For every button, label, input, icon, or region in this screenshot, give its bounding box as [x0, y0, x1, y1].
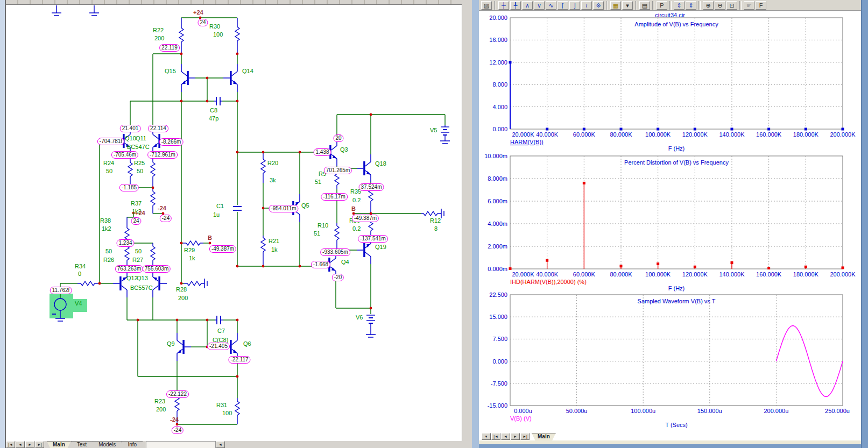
svg-text:0.000m: 0.000m [488, 266, 507, 272]
voltage-bubble: 20 [333, 134, 343, 142]
analysis-nav-2[interactable]: ◄ [501, 433, 510, 440]
component-label: 8 [434, 225, 437, 232]
svg-text:10.000m: 10.000m [484, 153, 507, 159]
component-label: 50 [106, 168, 112, 174]
svg-text:50.000u: 50.000u [566, 408, 588, 414]
svg-text:8.000m: 8.000m [488, 175, 507, 182]
zoom-in-icon[interactable]: ⊕ [703, 1, 714, 10]
svg-text:0.000: 0.000 [492, 358, 507, 365]
svg-text:180.000K: 180.000K [793, 131, 819, 138]
svg-text:20.000K: 20.000K [512, 131, 535, 138]
svg-text:22.500: 22.500 [489, 291, 507, 298]
pan-hand-icon[interactable]: ☛ [744, 1, 754, 10]
svg-text:100.000u: 100.000u [631, 408, 655, 414]
text-mode-icon[interactable]: F [756, 1, 766, 10]
schematic-tab-main[interactable]: Main [47, 441, 71, 448]
component-label: R20 [267, 160, 278, 166]
svg-text:T (Secs): T (Secs) [665, 422, 687, 428]
next-high-icon[interactable]: ⌈ [558, 1, 568, 10]
component-label: R29 [184, 247, 195, 253]
analysis-window-right-border [861, 0, 868, 448]
next-low-icon[interactable]: ⌋ [569, 1, 580, 10]
voltage-bubble: -705.46m [111, 151, 138, 159]
component-label: 50 [137, 168, 143, 174]
analysis-nav-1[interactable]: |◄ [491, 433, 500, 440]
svg-text:60.000K: 60.000K [573, 271, 596, 278]
go-to-branch-icon[interactable]: ※ [593, 1, 604, 10]
power-node-label: +24 [193, 9, 203, 16]
dropdown-arrow-icon[interactable]: ▾ [622, 1, 633, 10]
analysis-nav-4[interactable]: ►| [520, 433, 530, 440]
svg-text:V(B) (V): V(B) (V) [510, 415, 532, 422]
cursor-vertical-icon[interactable]: ╀ [510, 1, 521, 10]
schematic-nav-1[interactable]: ◄ [16, 441, 25, 448]
svg-text:150.000u: 150.000u [697, 408, 722, 414]
component-label: Q13 [137, 275, 148, 281]
voltage-bubble: -137.541m [358, 235, 388, 243]
schematic-nav-3[interactable]: ►| [35, 441, 44, 448]
component-label: 1k2 [102, 225, 111, 232]
component-label: Q9 [167, 340, 175, 347]
component-label: C7 [217, 328, 225, 334]
schematic-tab-info[interactable]: Info [122, 441, 143, 448]
voltage-bubble: -21.405 [207, 343, 230, 350]
component-label: Q18 [375, 160, 386, 167]
charts-svg[interactable]: 20.00016.00012.0008.0004.0000.00020.000K… [479, 11, 861, 434]
numeric-output-icon[interactable]: ▤ [639, 1, 650, 10]
graph-select-icon[interactable]: ▨ [481, 1, 492, 10]
voltage-bubble: 701.265m [324, 167, 352, 174]
svg-text:200.000K: 200.000K [830, 271, 856, 278]
component-label: R31 [216, 402, 227, 408]
component-label: 1k [189, 255, 195, 261]
svg-text:HARM(V(B)): HARM(V(B)) [510, 139, 544, 145]
component-label: 0 [78, 271, 81, 277]
component-label: R30 [209, 23, 220, 30]
hscroll-left-button[interactable]: ◄ [216, 441, 225, 448]
analysis-tab-main[interactable]: Main [532, 433, 556, 441]
svg-text:160.000K: 160.000K [756, 131, 782, 138]
voltage-bubble: 24 [131, 217, 141, 225]
voltage-bubble: -933.605m [320, 248, 350, 256]
svg-text:12.000: 12.000 [489, 59, 507, 66]
scale-icon[interactable]: ⇕ [674, 1, 684, 10]
next-peak-icon[interactable]: ∧ [522, 1, 533, 10]
svg-text:6.000m: 6.000m [488, 198, 507, 204]
component-label: R25 [134, 160, 145, 166]
svg-text:16.000: 16.000 [489, 37, 507, 43]
voltage-bubble: -22.122 [166, 390, 189, 398]
component-label: R21 [269, 238, 279, 244]
waveform-icon[interactable]: ∿ [546, 1, 556, 10]
svg-text:200.000K: 200.000K [830, 131, 856, 138]
component-label: 51 [315, 179, 321, 185]
svg-text:120.000K: 120.000K [682, 271, 708, 278]
inflection-icon[interactable]: ≀ [581, 1, 592, 10]
component-label: 100 [213, 31, 223, 38]
svg-text:40.000K: 40.000K [536, 271, 559, 278]
analysis-nav-0[interactable]: ▾ [482, 433, 491, 440]
schematic-hscrollbar[interactable] [146, 441, 216, 448]
zoom-out-icon[interactable]: ⊖ [715, 1, 725, 10]
schematic-tab-bar: |◄◄►►| MainTextModelsInfo ◄ [6, 441, 462, 448]
voltage-bubble: 22.119 [159, 44, 180, 52]
component-label: 50 [105, 248, 112, 254]
tag-icon[interactable]: P [657, 1, 667, 10]
schematic-tab-models[interactable]: Models [93, 441, 122, 448]
schematic-tab-text[interactable]: Text [71, 441, 93, 448]
zoom-region-icon[interactable]: ⊡ [726, 1, 737, 10]
analysis-nav-3[interactable]: ► [511, 433, 520, 440]
component-label: Q11 [136, 135, 146, 141]
component-label: R26 [103, 257, 114, 263]
auto-scale-icon[interactable]: ⇕ [686, 1, 696, 10]
schematic-drawing[interactable] [0, 0, 472, 448]
component-label: 200 [178, 295, 188, 301]
component-label: Q12 [126, 275, 138, 281]
schematic-nav-0[interactable]: |◄ [6, 441, 15, 448]
next-valley-icon[interactable]: ∨ [534, 1, 545, 10]
voltage-bubble: -712.961m [147, 151, 178, 159]
power-node-label: B [351, 205, 356, 212]
component-label: 1u [213, 211, 220, 218]
wires [60, 18, 445, 424]
cursor-horizontal-icon[interactable]: ┼ [498, 1, 509, 10]
properties-icon[interactable]: ▦ [610, 1, 621, 10]
schematic-nav-2[interactable]: ► [25, 441, 34, 448]
